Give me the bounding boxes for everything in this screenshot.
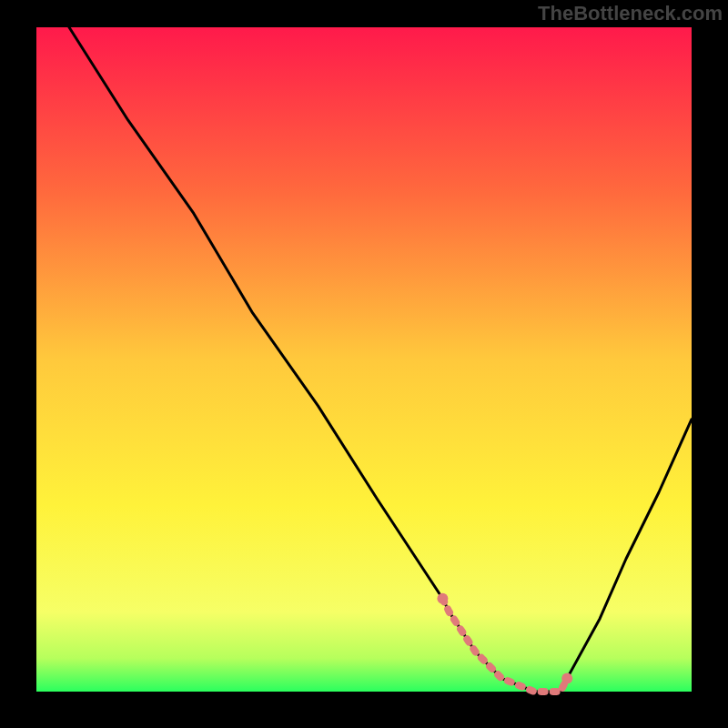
optimal-range-endpoint	[437, 593, 448, 604]
bottleneck-chart	[0, 0, 728, 728]
watermark-text: TheBottleneck.com	[538, 2, 723, 25]
plot-area	[36, 27, 692, 692]
optimal-range-endpoint	[561, 672, 572, 683]
chart-container: TheBottleneck.com	[0, 0, 728, 728]
